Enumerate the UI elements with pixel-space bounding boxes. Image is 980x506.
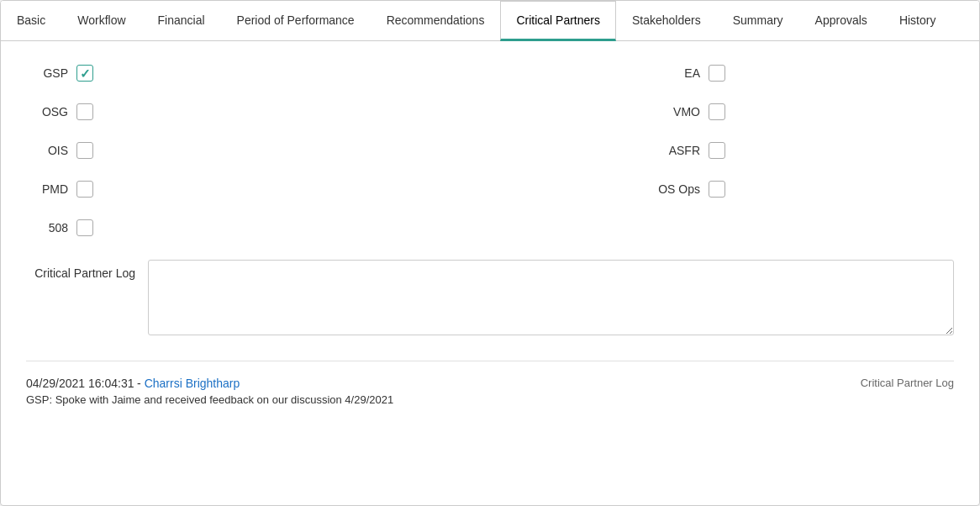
tab-stakeholders[interactable]: Stakeholders — [616, 1, 717, 40]
log-section: Critical Partner Log — [26, 260, 954, 335]
activity-entry: 04/29/2021 16:04:31 - Charrsi Brightharp… — [26, 370, 954, 413]
checkbox-row-ea: EA — [658, 58, 954, 88]
vmo-checkbox[interactable] — [709, 103, 725, 120]
asfr-label: ASFR — [658, 144, 700, 157]
divider — [26, 361, 954, 361]
tab-critical-partners[interactable]: Critical Partners — [500, 1, 616, 41]
checkbox-row-gsp: GSP — [26, 58, 322, 88]
pmd-label: PMD — [26, 182, 68, 196]
asfr-checkbox[interactable] — [709, 142, 725, 159]
activity-body: GSP: Spoke with Jaime and received feedb… — [26, 393, 844, 406]
content-area: GSP OSG OIS PMD 508 — [1, 41, 979, 505]
ea-label: EA — [658, 66, 700, 80]
right-checkboxes: EA VMO ASFR OS Ops — [322, 58, 954, 243]
osg-checkbox[interactable] — [76, 103, 93, 120]
activity-timestamp: 04/29/2021 16:04:31 — [26, 377, 134, 390]
tab-basic[interactable]: Basic — [1, 1, 61, 40]
os-ops-checkbox[interactable] — [709, 181, 725, 198]
tab-workflow[interactable]: Workflow — [61, 1, 141, 40]
508-label: 508 — [26, 221, 68, 235]
activity-left: 04/29/2021 16:04:31 - Charrsi Brightharp… — [26, 377, 844, 406]
activity-user[interactable]: Charrsi Brightharp — [145, 377, 240, 390]
gsp-checkbox[interactable] — [76, 65, 93, 82]
checkbox-row-os-ops: OS Ops — [658, 174, 954, 204]
log-label: Critical Partner Log — [26, 260, 135, 280]
activity-header: 04/29/2021 16:04:31 - Charrsi Brightharp — [26, 377, 844, 390]
activity-type: Critical Partner Log — [861, 377, 954, 389]
checkbox-row-pmd: PMD — [26, 174, 322, 204]
tab-financial[interactable]: Financial — [142, 1, 221, 40]
pmd-checkbox[interactable] — [76, 181, 93, 198]
checkbox-row-ois: OIS — [26, 135, 322, 166]
ois-checkbox[interactable] — [76, 142, 93, 159]
tab-period-of-performance[interactable]: Period of Performance — [221, 1, 371, 40]
tab-recommendations[interactable]: Recommendations — [371, 1, 501, 40]
checkbox-row-asfr: ASFR — [658, 135, 954, 166]
ois-label: OIS — [26, 144, 68, 157]
508-checkbox[interactable] — [76, 219, 93, 236]
log-textarea[interactable] — [148, 260, 954, 335]
tab-summary[interactable]: Summary — [717, 1, 799, 40]
gsp-label: GSP — [26, 66, 68, 80]
main-window: Basic Workflow Financial Period of Perfo… — [0, 0, 980, 506]
checkbox-row-508: 508 — [26, 213, 322, 243]
vmo-label: VMO — [658, 105, 700, 119]
tab-bar: Basic Workflow Financial Period of Perfo… — [1, 1, 979, 41]
tab-approvals[interactable]: Approvals — [799, 1, 883, 40]
ea-checkbox[interactable] — [709, 65, 725, 82]
activity-separator: - — [137, 377, 145, 390]
checkboxes-area: GSP OSG OIS PMD 508 — [26, 58, 954, 243]
checkbox-row-osg: OSG — [26, 97, 322, 127]
checkbox-row-vmo: VMO — [658, 97, 954, 127]
tab-history[interactable]: History — [883, 1, 952, 40]
osg-label: OSG — [26, 105, 68, 119]
left-checkboxes: GSP OSG OIS PMD 508 — [26, 58, 322, 243]
os-ops-label: OS Ops — [658, 182, 700, 196]
